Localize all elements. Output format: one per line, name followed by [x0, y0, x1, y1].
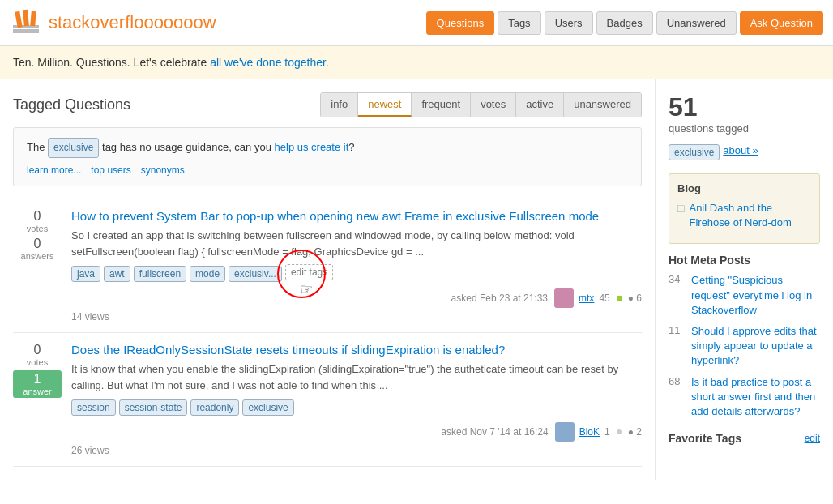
q1-username[interactable]: mtx	[579, 293, 594, 304]
svg-rect-3	[23, 10, 29, 26]
top-users-link[interactable]: top users	[91, 164, 130, 176]
tab-votes[interactable]: votes	[471, 93, 516, 117]
meta-item-3: 68 Is it bad practice to post a short an…	[669, 375, 820, 420]
hot-meta-section: Hot Meta Posts 34 Getting "Suspicious re…	[669, 254, 820, 419]
q1-badge-dot	[617, 296, 622, 301]
section-header: Tagged Questions info newest frequent vo…	[13, 92, 642, 117]
q2-excerpt: It is know that when you enable the slid…	[71, 361, 642, 393]
q2-stats: 0 votes 1 answer	[13, 343, 62, 456]
question-item-2: 0 votes 1 answer Does the IReadOnlySessi…	[13, 333, 642, 467]
q2-tags: session session-state readonly exclusive	[71, 399, 642, 416]
tag-fullscreen[interactable]: fullscreen	[134, 266, 186, 282]
meta-item-2: 11 Should I approve edits that simply ap…	[669, 324, 820, 369]
blog-item-1: □ Anil Dash and the Firehose of Nerd-dom	[677, 201, 811, 230]
q1-asked: asked Feb 23 at 21:33	[451, 293, 548, 304]
blog-link-1[interactable]: Anil Dash and the Firehose of Nerd-dom	[689, 201, 811, 230]
blog-icon: □	[677, 202, 684, 230]
q1-user: mtx 45 ● 6	[554, 288, 642, 308]
blog-section: Blog □ Anil Dash and the Firehose of Ner…	[669, 173, 820, 244]
svg-rect-4	[30, 11, 36, 26]
blog-title: Blog	[677, 182, 811, 194]
logo-text: stackoverflooooooow	[49, 12, 216, 33]
meta-link-1[interactable]: Getting "Suspicious request" everytime i…	[691, 273, 820, 318]
q1-tags: java awt fullscreen mode exclusiv... edi…	[71, 266, 642, 282]
meta-link-3[interactable]: Is it bad practice to post a short answe…	[691, 375, 820, 420]
sidebar-about-link[interactable]: about »	[723, 144, 758, 160]
tag-session[interactable]: session	[71, 399, 116, 416]
edit-tags-wrapper: edit tags ☞	[285, 266, 333, 282]
tag-links: learn more... top users synonyms	[27, 164, 628, 176]
edit-tags-button[interactable]: edit tags	[285, 264, 333, 280]
nav-users[interactable]: Users	[545, 11, 593, 35]
tabs: info newest frequent votes active unansw…	[320, 92, 642, 117]
main-layout: Tagged Questions info newest frequent vo…	[0, 79, 833, 480]
tab-active[interactable]: active	[516, 93, 564, 117]
meta-link-2[interactable]: Should I approve edits that simply appea…	[691, 324, 820, 369]
q1-excerpt: So I created an app that is switching be…	[71, 228, 642, 259]
tab-unanswered[interactable]: unanswered	[564, 93, 641, 117]
nav-tags[interactable]: Tags	[498, 11, 540, 35]
q1-title: How to prevent System Bar to pop-up when…	[71, 209, 642, 223]
sidebar-count: 51	[669, 92, 820, 122]
banner-text: Ten. Million. Questions. Let's celebrate	[13, 56, 210, 69]
hot-meta-title: Hot Meta Posts	[669, 254, 820, 267]
tag-java[interactable]: java	[71, 266, 100, 282]
banner-link[interactable]: all we've done together.	[210, 56, 329, 69]
q1-body: How to prevent System Bar to pop-up when…	[71, 209, 642, 322]
help-create-link[interactable]: help us create it	[275, 141, 349, 153]
tag-awt[interactable]: awt	[104, 266, 130, 282]
tag-readonly[interactable]: readonly	[190, 399, 239, 416]
meta-num-3: 68	[669, 375, 685, 387]
tag-session-state[interactable]: session-state	[119, 399, 188, 416]
meta-item-1: 34 Getting "Suspicious request" everytim…	[669, 273, 820, 318]
section-title: Tagged Questions	[13, 96, 130, 113]
nav-ask-question[interactable]: Ask Question	[740, 11, 823, 35]
celebration-banner: Ten. Million. Questions. Let's celebrate…	[0, 46, 833, 79]
nav-badges[interactable]: Badges	[596, 11, 653, 35]
tab-frequent[interactable]: frequent	[412, 93, 471, 117]
q2-views: 26 views	[71, 445, 642, 456]
q2-answers: 1 answer	[13, 370, 62, 398]
q2-footer: asked Nov 7 '14 at 16:24 BioK 1 ● 2	[71, 422, 642, 442]
question-item-1: 0 votes 0 answers How to prevent System …	[13, 199, 642, 333]
learn-more-link[interactable]: learn more...	[27, 164, 81, 176]
q2-title: Does the IReadOnlySessionState resets ti…	[71, 343, 642, 357]
tag-exclusive2[interactable]: exclusive	[242, 399, 293, 416]
q1-avatar	[554, 288, 574, 308]
header: stackoverflooooooow Questions Tags Users…	[0, 0, 833, 46]
tab-newest[interactable]: newest	[358, 93, 412, 117]
q1-footer: asked Feb 23 at 21:33 mtx 45 ● 6	[71, 288, 642, 308]
favorite-tags-edit[interactable]: edit	[805, 433, 820, 444]
tag-info-box: The exclusive tag has no usage guidance,…	[13, 127, 642, 186]
q2-asked: asked Nov 7 '14 at 16:24	[441, 426, 548, 438]
tag-exclusiv[interactable]: exclusiv...	[229, 266, 282, 282]
q1-stats: 0 votes 0 answers	[13, 209, 62, 322]
tab-info[interactable]: info	[321, 93, 358, 117]
q2-badges: ● 2	[628, 426, 642, 438]
q2-votes: 0 votes	[13, 343, 62, 367]
favorite-tags-header: Favorite Tags edit	[669, 432, 820, 445]
exclusive-tag-chip[interactable]: exclusive	[48, 138, 99, 158]
q1-title-link[interactable]: How to prevent System Bar to pop-up when…	[71, 209, 599, 223]
svg-rect-0	[13, 29, 39, 33]
logo-icon	[10, 6, 42, 39]
q2-body: Does the IReadOnlySessionState resets ti…	[71, 343, 642, 456]
meta-num-1: 34	[669, 273, 685, 285]
q1-rep: 45	[599, 293, 609, 304]
tag-info-text: The exclusive tag has no usage guidance,…	[27, 138, 628, 158]
q2-username[interactable]: BioK	[579, 426, 600, 438]
sidebar-tag-exclusive[interactable]: exclusive	[669, 144, 720, 160]
content-area: Tagged Questions info newest frequent vo…	[0, 79, 655, 480]
tag-mode[interactable]: mode	[190, 266, 225, 282]
q1-badges: ● 6	[628, 293, 642, 304]
nav-unanswered[interactable]: Unanswered	[656, 11, 737, 35]
q1-votes: 0 votes	[13, 209, 62, 233]
synonyms-link[interactable]: synonyms	[141, 164, 185, 176]
favorite-tags-title: Favorite Tags	[669, 432, 741, 445]
q2-title-link[interactable]: Does the IReadOnlySessionState resets ti…	[71, 343, 505, 357]
sidebar: 51 questions tagged exclusive about » Bl…	[655, 79, 833, 480]
q1-views: 14 views	[71, 311, 642, 322]
nav-questions[interactable]: Questions	[426, 11, 495, 35]
sidebar-questions-tagged: questions tagged	[669, 122, 820, 135]
main-nav: Questions Tags Users Badges Unanswered A…	[426, 11, 823, 35]
